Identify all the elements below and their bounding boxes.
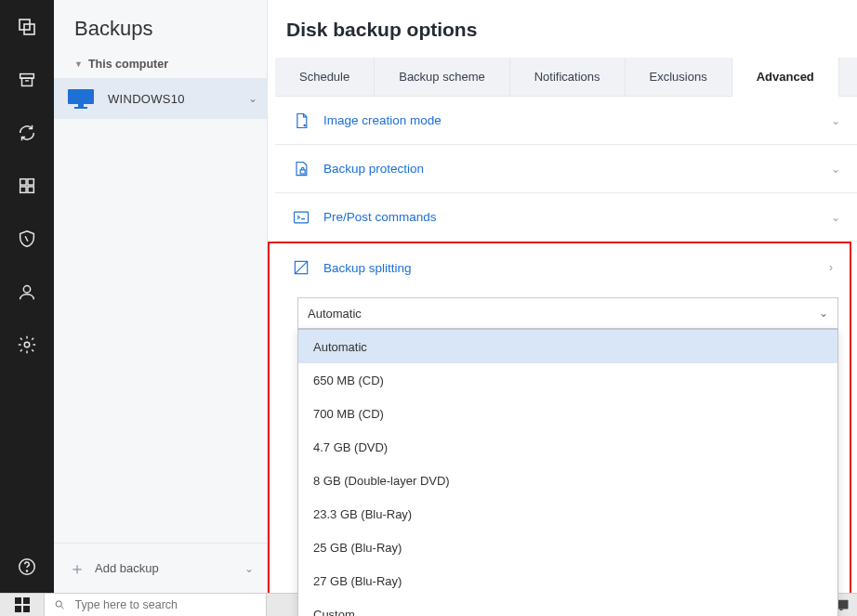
sidebar-item-windows10[interactable]: WINDOWS10 ⌄ [54,78,267,119]
accordion-pre-post-commands[interactable]: Pre/Post commands ⌄ [275,193,857,242]
rail-archive-icon[interactable] [0,53,54,106]
svg-line-19 [295,261,307,273]
svg-rect-22 [15,606,21,612]
rail-sync-icon[interactable] [0,106,54,159]
rail-settings-icon[interactable] [0,318,54,371]
svg-rect-23 [23,606,30,612]
page-plus-icon [292,111,310,130]
plus-icon: ＋ [67,557,87,580]
dropdown-option-4-7gb[interactable]: 4.7 GB (DVD) [298,430,837,464]
svg-rect-13 [68,89,94,104]
rail-shield-icon[interactable] [0,212,54,265]
svg-rect-14 [78,104,84,107]
svg-line-25 [61,607,64,609]
sidebar: Backups ▼ This computer WINDOWS10 ⌄ ＋ Ad… [54,0,268,593]
caret-down-icon: ▼ [74,59,83,69]
svg-rect-20 [15,597,21,604]
svg-point-10 [24,342,30,347]
tab-schedule[interactable]: Schedule [275,58,375,96]
svg-point-12 [26,570,27,571]
tab-advanced[interactable]: Advanced [732,58,839,97]
split-icon [292,258,310,277]
monitor-icon [67,88,95,109]
rail-help-icon[interactable] [0,540,54,593]
main-panel: Disk backup options Schedule Backup sche… [268,0,857,593]
accordion-label: Pre/Post commands [323,210,831,224]
tab-notifications[interactable]: Notifications [510,58,626,96]
advanced-accordion: Image creation mode ⌄ Backup protection … [268,97,857,616]
svg-rect-8 [28,186,33,191]
svg-rect-16 [300,169,305,173]
accordion-backup-splitting[interactable]: Backup splitting › [275,243,850,292]
tab-exclusions[interactable]: Exclusions [626,58,732,96]
windows-icon [15,597,30,612]
svg-rect-7 [20,186,26,191]
page-title: Disk backup options [268,0,857,58]
svg-rect-21 [23,597,30,604]
chevron-down-icon: ⌄ [831,114,840,127]
dropdown-option-automatic[interactable]: Automatic [298,330,837,363]
dropdown-option-25gb[interactable]: 25 GB (Blu-Ray) [298,531,837,564]
svg-rect-5 [20,178,26,184]
sidebar-item-label: WINDOWS10 [108,92,248,106]
svg-rect-17 [295,212,309,223]
accordion-label: Image creation mode [323,113,831,127]
accordion-label: Backup splitting [323,261,829,275]
rail-copy-icon[interactable] [0,0,54,53]
accordion-image-creation-mode[interactable]: Image creation mode ⌄ [275,97,857,145]
search-icon [54,598,66,611]
chevron-down-icon: ⌄ [248,92,257,105]
dropdown-option-custom[interactable]: Custom [298,597,837,616]
dropdown-option-700mb[interactable]: 700 MB (CD) [298,397,837,430]
sidebar-group-this-computer[interactable]: ▼ This computer [54,54,267,78]
svg-rect-15 [74,107,87,109]
chevron-right-icon: › [829,261,833,274]
accordion-backup-protection[interactable]: Backup protection ⌄ [275,145,857,193]
sidebar-group-label: This computer [88,58,168,71]
chevron-down-icon: ⌄ [831,211,840,224]
add-backup-label: Add backup [95,561,244,575]
svg-rect-3 [22,78,33,85]
terminal-icon [292,208,310,227]
dropdown-option-650mb[interactable]: 650 MB (CD) [298,363,837,397]
dropdown-option-8gb[interactable]: 8 GB (Double-layer DVD) [298,464,837,497]
svg-point-9 [23,285,30,292]
add-backup-button[interactable]: ＋ Add backup ⌄ [54,543,267,593]
app-rail [0,0,54,593]
start-button[interactable] [0,594,44,616]
rail-user-icon[interactable] [0,265,54,318]
dropdown-value: Automatic [308,307,362,321]
rail-grid-icon[interactable] [0,159,54,212]
tab-backup-scheme[interactable]: Backup scheme [375,58,510,96]
sidebar-title: Backups [54,0,267,54]
dropdown-option-27gb[interactable]: 27 GB (Blu-Ray) [298,564,837,597]
svg-point-24 [56,601,61,607]
taskbar-search-input[interactable] [75,598,257,611]
accordion-label: Backup protection [323,162,831,176]
splitting-dropdown-list: Automatic 650 MB (CD) 700 MB (CD) 4.7 GB… [297,329,838,616]
chevron-down-icon: ⌄ [244,562,254,575]
settings-tabs: Schedule Backup scheme Notifications Exc… [275,58,857,97]
splitting-dropdown[interactable]: Automatic ⌄ [297,297,838,329]
dropdown-option-23-3gb[interactable]: 23.3 GB (Blu-Ray) [298,497,837,531]
svg-rect-6 [28,178,33,184]
chevron-down-icon: ⌄ [819,307,828,320]
backup-splitting-section: Backup splitting › Automatic ⌄ Automatic… [268,242,851,616]
page-lock-icon [292,160,310,178]
chevron-down-icon: ⌄ [831,163,840,176]
taskbar-search[interactable] [44,594,267,616]
